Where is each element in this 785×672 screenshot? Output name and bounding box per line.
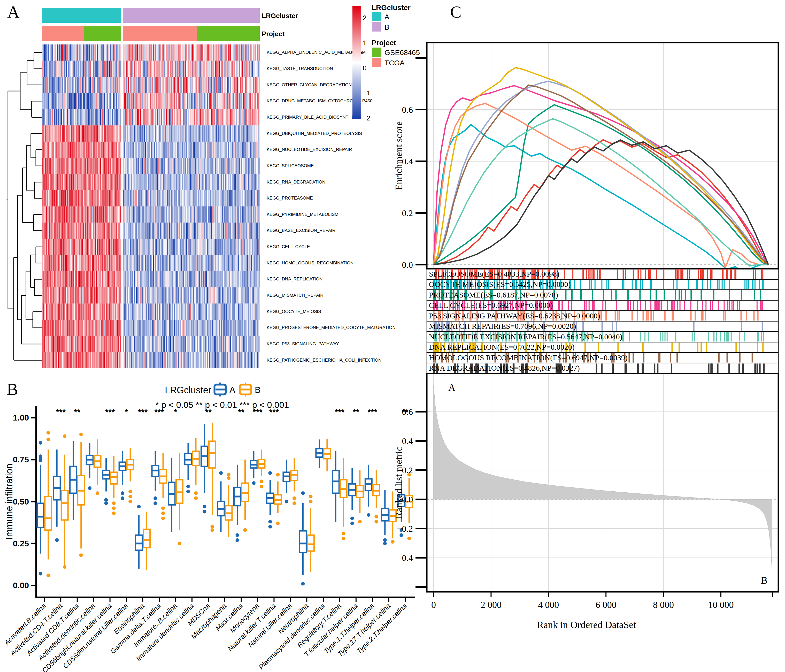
c-pathway-label: SPLICEOSOME(ES=0.4833,NP=0.0098)	[429, 269, 560, 278]
b-y-axis-title: Immune infiltration	[4, 464, 14, 539]
c-x-axis-title: Rank in Ordered DataSet	[537, 619, 636, 630]
b-significance-stars: ***	[56, 407, 66, 417]
annotation-project-tcga-a	[42, 26, 84, 41]
gsea-curves	[433, 68, 768, 273]
heatmap-row-label: KEGG_DNA_REPLICATION	[267, 277, 322, 282]
legend-swatch-project-gse	[372, 47, 382, 57]
annotation-title-project: Project	[262, 30, 285, 38]
c-pathway-label: PROTEASOME(ES=0.6187,NP=0.0078)	[429, 290, 558, 299]
c-es-tick-label: 0.6	[402, 105, 413, 114]
legend-label: B	[385, 23, 389, 31]
c-pathway-label: MISMATCH REPAIR(ES=0.7096,NP=0.0020)	[429, 322, 576, 331]
c-rank-tick-label: 0.6	[402, 407, 413, 417]
b-significance-stars: ***	[269, 407, 279, 417]
legend-lrgcluster-title: LRGcluster	[372, 4, 411, 12]
colorbar-tick-label: 0	[363, 64, 366, 72]
legend-swatch-lrgcluster-b	[372, 22, 382, 31]
gsea-curve	[433, 140, 768, 265]
heatmap-row-label: KEGG_PROGESTERONE_MEDIATED_OOCYTE_MATURA…	[267, 325, 396, 330]
colorbar-tick-label: 1	[363, 39, 366, 47]
immune-infiltration-boxplot: 1.000.750.500.250.00Immune infiltrationL…	[0, 372, 439, 672]
b-y-tick-label: 1.00	[13, 413, 29, 422]
c-x-tick-label: 0	[431, 600, 436, 610]
kegg-gsva-heatmap	[42, 44, 260, 368]
c-x-tick-label: 6 000	[596, 600, 616, 610]
legend-project-title: Project	[372, 39, 396, 47]
c-pathway-label: DNA REPLICATION(ES=0.7622,NP=0.0020)	[429, 343, 575, 351]
c-x-tick-label: 2 000	[481, 600, 502, 610]
b-significance-stars: **	[353, 407, 359, 417]
gsea-enrichment-plot: 0.60.40.20.0Enrichment scoreSPLICEOSOME(…	[393, 26, 785, 646]
heatmap-row-label: KEGG_HOMOLOGOUS_RECOMBINATION	[267, 260, 353, 266]
heatmap-row-label: KEGG_PRIMARY_BILE_ACID_BIOSYNTHESIS	[267, 115, 361, 120]
c-rank-tick-label: −0.2	[397, 524, 413, 533]
heatmap-row-label: KEGG_PROTEASOME	[267, 196, 313, 201]
heatmap-row-label: KEGG_BASE_EXCISION_REPAIR	[267, 228, 335, 233]
figure: A B C LRGcluster Project KEGG_ALPHA_LINO…	[0, 0, 785, 672]
b-y-tick-label: 0.75	[13, 455, 29, 464]
b-legend-label: B	[255, 385, 261, 395]
heatmap-row-label: KEGG_ALPHA_LINOLENIC_ACID_METABOLISM	[267, 50, 366, 55]
heatmap-row-label: KEGG_RNA_DEGRADATION	[267, 180, 325, 185]
ranked-metric-area	[433, 385, 772, 572]
heatmap-row-label: KEGG_UBIQUITIN_MEDIATED_PROTEOLYSIS	[267, 131, 362, 136]
b-significance-stars: ***	[368, 407, 377, 417]
c-pathway-label: NUCLEOTIDE EXCISION REPAIR(ES=0.5647,NP=…	[429, 332, 622, 341]
annotation-project-gse-a	[84, 26, 121, 41]
b-y-tick-label: 0.25	[13, 539, 29, 548]
heatmap-row-label: KEGG_PYRIMIDINE_METABOLISM	[267, 212, 338, 217]
c-endpoint-a: A	[448, 382, 455, 393]
row-dendrogram	[6, 44, 42, 368]
b-y-axis	[35, 406, 37, 598]
b-significance-stars: ***	[138, 407, 148, 417]
c-es-axis-title: Enrichment score	[393, 121, 404, 190]
c-pathway-label: P53 SIGNALING PATHWAY(ES=0.6238,NP=0.000…	[429, 312, 600, 320]
heatmap-row-label: KEGG_NUCLEOTIDE_EXCISION_REPAIR	[267, 147, 352, 152]
b-legend-title: LRGcluster	[165, 385, 211, 395]
heatmap-row-label: KEGG_OOCYTE_MEIOSIS	[267, 309, 321, 314]
b-x-axis	[35, 597, 415, 598]
heatmap-row-label: KEGG_PATHOGENIC_ESCHERICHIA_COLI_INFECTI…	[267, 358, 382, 363]
panel-c-letter: C	[450, 2, 461, 22]
heatmap-row-label: KEGG_P53_SIGNALING_PATHWAY	[267, 341, 339, 346]
c-rank-tick-label: −0.4	[397, 553, 413, 563]
c-rank-axis-title: Ranked list metric	[393, 446, 404, 519]
heatmap-row-label: KEGG_TASTE_TRANSDUCTION	[267, 66, 333, 71]
b-significance-stars: *	[125, 407, 128, 417]
annotation-title-lrgcluster: LRGcluster	[262, 12, 298, 20]
legend-label: A	[385, 13, 389, 21]
c-x-tick-label: 10 000	[708, 600, 734, 610]
b-y-tick-label: 0.00	[13, 581, 29, 590]
c-endpoint-b: B	[761, 575, 768, 586]
legend-swatch-project-tcga	[372, 58, 382, 67]
b-significance-stars: ***	[253, 407, 263, 417]
c-pathway-label: OOCYTE MEIOSIS(ES=0.5425,NP=0.0000)	[429, 280, 571, 289]
panel-a-letter: A	[7, 2, 20, 22]
c-pathway-label: HOMOLOGOUS RECOMBINATION(ES=0.6947,NP=0.…	[429, 353, 628, 362]
b-significance-stars: ***	[335, 407, 345, 417]
heatmap-row-label: KEGG_SPLICEOSOME	[267, 163, 314, 169]
c-pathway-label: RNA DEGRADATION(ES=0.4826,NP=0.0327)	[429, 363, 580, 373]
heatmap-row-label: KEGG_MISMATCH_REPAIR	[267, 293, 323, 298]
b-significance-stars: **	[238, 407, 244, 417]
b-significance-stars: **	[74, 407, 80, 417]
b-significance-stars: ***	[105, 407, 115, 417]
c-es-tick-label: 0.0	[402, 260, 413, 269]
c-x-tick-label: 4 000	[538, 600, 559, 610]
colorbar-tick-label: −2	[363, 114, 371, 122]
b-y-tick-label: 0.50	[13, 497, 29, 506]
colorbar-tick-label: 2	[363, 14, 366, 22]
heatmap-colorbar	[352, 6, 361, 119]
annotation-lrgcluster-a	[42, 8, 121, 23]
c-pathway-label: CELL CYCLE(ES=0.6927,NP=0.0000)	[429, 301, 553, 310]
b-legend-label: A	[230, 385, 235, 395]
c-rank-tick-label: 0.4	[402, 436, 413, 446]
gsea-curve	[433, 105, 768, 265]
c-x-tick-label: 8 000	[653, 600, 674, 610]
colorbar-tick-label: −1	[363, 89, 371, 97]
b-significance-stars: *	[174, 407, 177, 417]
annotation-project-gse-b	[197, 26, 260, 41]
heatmap-row-label: KEGG_OTHER_GLYCAN_DEGRADATION	[267, 83, 352, 88]
annotation-lrgcluster-b	[123, 8, 260, 23]
gsea-curve	[433, 140, 768, 265]
